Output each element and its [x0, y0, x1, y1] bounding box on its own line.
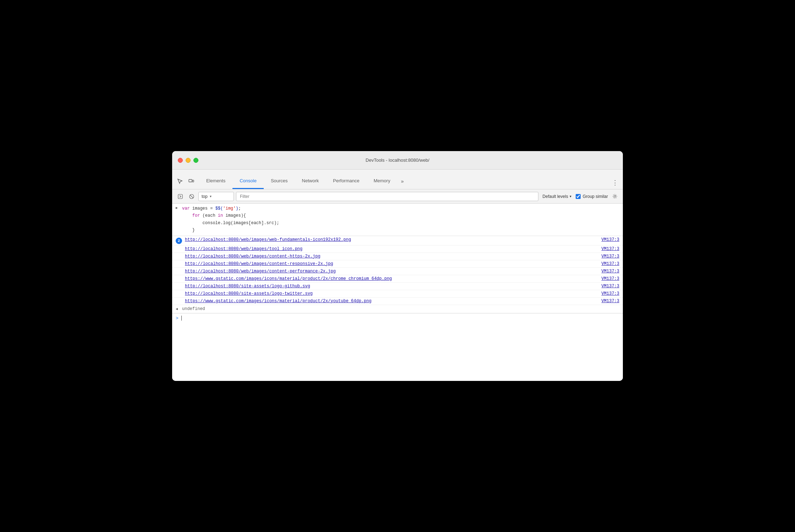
log-row: http://localhost:8080/web/images/content… [172, 268, 623, 275]
log-url-link[interactable]: http://localhost:8080/web/images/content… [185, 269, 336, 274]
svg-rect-2 [178, 194, 182, 199]
log-row: 2http://localhost:8080/web/images/web-fu… [172, 236, 623, 245]
undefined-text: undefined [182, 306, 205, 311]
context-selector[interactable]: top ▾ [198, 192, 234, 201]
log-row-inner: http://localhost:8080/site-assets/logo-t… [176, 291, 596, 296]
log-url-link[interactable]: http://localhost:8080/web/images/web-fun… [185, 237, 351, 242]
log-url-link[interactable]: https://www.gstatic.com/images/icons/mat… [185, 276, 392, 281]
prompt-arrow-icon: > [176, 316, 179, 321]
log-url-link[interactable]: https://www.gstatic.com/images/icons/mat… [185, 299, 372, 304]
log-row-inner: http://localhost:8080/site-assets/logo-g… [176, 284, 596, 289]
log-row-inner: 2http://localhost:8080/web/images/web-fu… [176, 237, 596, 244]
group-similar-text: Group similar [583, 194, 608, 199]
log-source-link[interactable]: VM137:3 [602, 261, 619, 266]
log-entries-container: 2http://localhost:8080/web/images/web-fu… [172, 236, 623, 305]
tab-sources[interactable]: Sources [264, 173, 295, 189]
more-tabs-button[interactable]: » [398, 173, 407, 189]
prompt-cursor [181, 316, 182, 321]
log-url-link[interactable]: http://localhost:8080/site-assets/logo-t… [185, 291, 313, 296]
log-url-link[interactable]: http://localhost:8080/web/images/tool_ic… [185, 246, 302, 251]
log-levels-button[interactable]: Default levels ▾ [541, 194, 574, 199]
log-url-link[interactable]: http://localhost:8080/site-assets/logo-g… [185, 284, 310, 289]
context-value: top [202, 194, 208, 199]
maximize-button[interactable] [193, 158, 198, 163]
log-row: https://www.gstatic.com/images/icons/mat… [172, 275, 623, 283]
window-title: DevTools - localhost:8080/web/ [366, 157, 429, 163]
log-row-inner: http://localhost:8080/web/images/content… [176, 261, 596, 266]
minimize-button[interactable] [186, 158, 191, 163]
group-similar-label: Group similar [576, 194, 608, 199]
inspect-element-button[interactable] [175, 176, 185, 186]
log-row: http://localhost:8080/web/images/tool_ic… [172, 245, 623, 253]
tab-memory[interactable]: Memory [367, 173, 398, 189]
devtools-menu-button[interactable]: ⋮ [610, 179, 620, 189]
console-code: var images = $$('img'); for (each in ima… [182, 205, 620, 234]
svg-rect-0 [189, 179, 192, 182]
traffic-lights [178, 158, 198, 163]
log-url-link[interactable]: http://localhost:8080/web/images/content… [185, 261, 333, 266]
context-selector-arrow-icon: ▾ [210, 194, 212, 198]
filter-input[interactable] [236, 192, 538, 201]
close-button[interactable] [178, 158, 183, 163]
log-count-badge: 2 [176, 238, 182, 244]
execute-script-button[interactable] [176, 192, 185, 201]
log-row-inner: http://localhost:8080/web/images/content… [176, 269, 596, 274]
console-prompt[interactable]: > [172, 313, 623, 323]
log-row: https://www.gstatic.com/images/icons/mat… [172, 298, 623, 305]
tab-elements[interactable]: Elements [199, 173, 232, 189]
log-source-link[interactable]: VM137:3 [602, 276, 619, 281]
log-source-link[interactable]: VM137:3 [602, 284, 619, 289]
log-row-inner: https://www.gstatic.com/images/icons/mat… [176, 276, 596, 281]
console-input-entry: var images = $$('img'); for (each in ima… [172, 204, 623, 236]
settings-button[interactable] [610, 192, 619, 201]
clear-console-button[interactable] [187, 192, 196, 201]
device-toolbar-button[interactable] [186, 176, 196, 186]
console-toolbar: top ▾ Default levels ▾ Group similar [172, 189, 623, 204]
console-output: var images = $$('img'); for (each in ima… [172, 204, 623, 381]
tab-bar: Elements Console Sources Network Perform… [172, 170, 623, 189]
group-similar-checkbox[interactable] [576, 194, 581, 199]
log-row: http://localhost:8080/web/images/content… [172, 260, 623, 268]
log-source-link[interactable]: VM137:3 [602, 299, 619, 304]
log-row: http://localhost:8080/site-assets/logo-t… [172, 290, 623, 298]
tabs: Elements Console Sources Network Perform… [199, 173, 610, 189]
log-row: http://localhost:8080/site-assets/logo-g… [172, 283, 623, 290]
log-source-link[interactable]: VM137:3 [602, 254, 619, 259]
log-row-inner: http://localhost:8080/web/images/content… [176, 254, 596, 259]
devtools-window: DevTools - localhost:8080/web/ Elements … [172, 151, 623, 381]
log-source-link[interactable]: VM137:3 [602, 246, 619, 251]
log-row-inner: http://localhost:8080/web/images/tool_ic… [176, 246, 596, 251]
log-source-link[interactable]: VM137:3 [602, 291, 619, 296]
tab-console[interactable]: Console [232, 173, 264, 189]
tab-network[interactable]: Network [295, 173, 326, 189]
undefined-result: undefined [172, 305, 623, 313]
tab-performance[interactable]: Performance [326, 173, 366, 189]
log-row-inner: https://www.gstatic.com/images/icons/mat… [176, 299, 596, 304]
log-levels-arrow-icon: ▾ [570, 194, 571, 198]
tab-bar-icons [175, 176, 196, 189]
log-source-link[interactable]: VM137:3 [602, 237, 619, 242]
svg-line-4 [190, 195, 193, 198]
svg-rect-1 [192, 180, 194, 182]
log-source-link[interactable]: VM137:3 [602, 269, 619, 274]
title-bar: DevTools - localhost:8080/web/ [172, 151, 623, 170]
log-row: http://localhost:8080/web/images/content… [172, 253, 623, 260]
log-levels-label: Default levels [543, 194, 568, 199]
log-url-link[interactable]: http://localhost:8080/web/images/content… [185, 254, 320, 259]
